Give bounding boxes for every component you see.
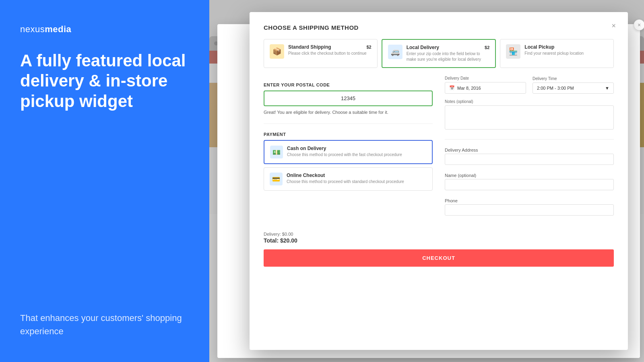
delivery-date-label: Delivery Date	[445, 76, 526, 80]
modal-left-col: ENTER YOUR POSTAL CODE Great! You are el…	[264, 76, 433, 224]
modal-close-button[interactable]: ×	[611, 22, 616, 29]
postal-input[interactable]	[264, 90, 433, 106]
checkout-button[interactable]: CHECKOUT	[264, 249, 614, 267]
delivery-address-group: Delivery Address	[445, 148, 614, 168]
modal-right-col: Delivery Date 📅 Mar 8, 2016 Delivery Tim…	[445, 76, 614, 224]
online-info: Online Checkout Choose this method to pr…	[287, 173, 404, 185]
local-delivery-icon: 🚐	[388, 45, 402, 59]
brand-bold: media	[45, 24, 71, 34]
subline: That enhances your customers' shopping e…	[20, 311, 189, 338]
divider-1	[264, 123, 433, 124]
name-input[interactable]	[445, 179, 614, 190]
local-delivery-info: Local Delivery $2 Enter your zip code in…	[407, 45, 490, 62]
phone-input[interactable]	[445, 204, 614, 216]
modal-footer: Delivery: $0.00 Total: $20.00 CHECKOUT	[264, 232, 614, 267]
shipping-methods: 📦 Standard Shipping $2 Please click the …	[264, 39, 614, 68]
payment-card-online[interactable]: 💳 Online Checkout Choose this method to …	[264, 167, 433, 191]
standard-shipping-info: Standard Shipping $2 Please click the ch…	[288, 44, 372, 56]
date-block: Delivery Date 📅 Mar 8, 2016	[445, 76, 526, 94]
brand-light: nexus	[20, 24, 45, 34]
postal-success-msg: Great! You are eligible for delivery. Ch…	[264, 109, 433, 115]
local-pickup-info: Local Pickup Find your nearest pickup lo…	[524, 44, 608, 56]
name-label: Name (optional)	[445, 173, 614, 178]
divider-2	[445, 139, 614, 140]
cash-icon: 💵	[270, 146, 283, 158]
payment-section-label: PAYMENT	[264, 132, 433, 137]
phone-label: Phone	[445, 198, 614, 203]
right-panel: FREE SHIPPING AND RETURNS CONTACT | 0800…	[209, 0, 644, 362]
phone-group: Phone	[445, 198, 614, 219]
local-pickup-icon: 🏪	[506, 44, 520, 59]
modal-title: CHOOSE A SHIPPING METHOD	[264, 24, 614, 31]
shipping-card-local-pickup[interactable]: 🏪 Local Pickup Find your nearest pickup …	[500, 39, 614, 68]
modal-two-col: ENTER YOUR POSTAL CODE Great! You are el…	[264, 76, 614, 224]
delivery-date-input[interactable]: 📅 Mar 8, 2016	[445, 82, 526, 94]
notes-block: Notes (optional)	[445, 99, 614, 131]
calendar-icon: 📅	[449, 85, 455, 90]
notes-textarea[interactable]	[445, 105, 614, 130]
left-panel: nexusmedia A fully featured local delive…	[0, 0, 209, 362]
date-time-row: Delivery Date 📅 Mar 8, 2016 Delivery Tim…	[445, 76, 614, 94]
shipping-card-local-delivery[interactable]: 🚐 Local Delivery $2 Enter your zip code …	[382, 39, 496, 68]
back-modal-close[interactable]: ×	[634, 19, 644, 31]
cash-info: Cash on Delivery Choose this method to p…	[287, 146, 402, 158]
notes-label: Notes (optional)	[445, 99, 614, 104]
name-group: Name (optional)	[445, 173, 614, 193]
total-line: Total: $20.00	[264, 237, 614, 244]
delivery-cost: Delivery: $0.00	[264, 232, 614, 237]
delivery-address-input[interactable]	[445, 154, 614, 165]
headline: A fully featured local delivery & in-sto…	[20, 51, 189, 111]
delivery-time-label: Delivery Time	[533, 76, 614, 81]
payment-card-cash[interactable]: 💵 Cash on Delivery Choose this method to…	[264, 140, 433, 164]
time-block: Delivery Time 2:00 PM - 3:00 PM ▼	[533, 76, 614, 94]
chevron-down-icon: ▼	[605, 86, 609, 90]
shipping-card-standard[interactable]: 📦 Standard Shipping $2 Please click the …	[264, 39, 378, 68]
delivery-address-label: Delivery Address	[445, 148, 614, 152]
postal-section-label: ENTER YOUR POSTAL CODE	[264, 82, 433, 87]
brand: nexusmedia	[20, 24, 189, 35]
standard-shipping-icon: 📦	[270, 44, 284, 59]
online-checkout-icon: 💳	[270, 173, 283, 185]
shipping-modal: × CHOOSE A SHIPPING METHOD 📦 Standard Sh…	[250, 12, 628, 350]
delivery-time-input[interactable]: 2:00 PM - 3:00 PM ▼	[533, 82, 614, 94]
